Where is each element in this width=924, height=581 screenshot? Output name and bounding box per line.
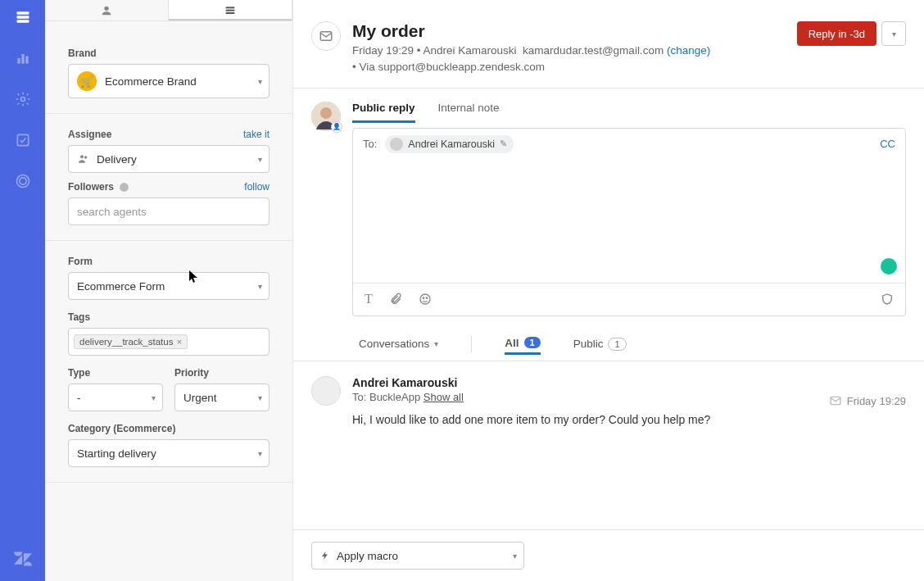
svg-point-21 — [423, 297, 424, 298]
type-select[interactable]: - ▾ — [68, 384, 163, 411]
svg-point-9 — [19, 178, 25, 184]
svg-rect-4 — [21, 54, 24, 64]
svg-rect-12 — [226, 9, 235, 11]
svg-rect-7 — [17, 134, 28, 145]
svg-rect-3 — [17, 58, 20, 64]
emoji-icon[interactable] — [419, 293, 432, 306]
compose-box: To: Andrei Kamarouski ✎ CC T — [352, 128, 906, 316]
svg-point-10 — [104, 6, 108, 10]
agent-badge-icon: 👤 — [331, 121, 342, 133]
message-item: Andrei Kamarouski To: BuckleApp Show all… — [293, 361, 924, 441]
checklist-icon[interactable] — [14, 131, 32, 149]
svg-rect-1 — [16, 16, 29, 18]
svg-point-19 — [320, 107, 332, 119]
remove-tag-icon[interactable]: × — [176, 337, 182, 347]
priority-label: Priority — [174, 367, 270, 379]
take-it-link[interactable]: take it — [243, 129, 270, 140]
zendesk-logo-icon[interactable] — [14, 550, 32, 568]
panel-tabs — [45, 0, 292, 21]
agent-avatar: 👤 — [311, 102, 341, 131]
chevron-down-icon: ▾ — [258, 155, 262, 164]
show-all-link[interactable]: Show all — [424, 391, 464, 403]
bolt-icon — [320, 550, 330, 561]
assignee-label: Assignee — [68, 129, 111, 140]
form-select[interactable]: Ecommerce Form ▾ — [68, 272, 270, 300]
reply-sla-button[interactable]: Reply in -3d — [797, 21, 876, 46]
brand-label: Brand — [68, 48, 270, 59]
settings-icon[interactable] — [14, 90, 32, 108]
bottom-bar: Apply macro ▾ — [293, 529, 924, 581]
apply-macro-select[interactable]: Apply macro ▾ — [311, 542, 524, 570]
category-label: Category (Ecommerce) — [68, 423, 270, 434]
priority-select[interactable]: Urgent ▾ — [174, 384, 270, 411]
chevron-down-icon: ▾ — [434, 339, 438, 348]
reports-icon[interactable] — [14, 49, 32, 67]
svg-point-14 — [80, 155, 84, 158]
all-count-badge: 1 — [524, 337, 541, 348]
requester-avatar — [311, 376, 341, 406]
attachment-icon[interactable] — [389, 293, 402, 306]
chevron-down-icon: ▾ — [513, 551, 517, 561]
compose-tabs: Public reply Internal note — [352, 102, 906, 123]
chevron-down-icon: ▾ — [258, 77, 262, 86]
tab-internal-note[interactable]: Internal note — [438, 102, 500, 123]
home-icon[interactable] — [14, 8, 32, 26]
tab-public-reply[interactable]: Public reply — [352, 102, 415, 123]
public-count-badge: 1 — [608, 338, 626, 351]
compose-toolbar: T — [353, 283, 905, 315]
tags-input[interactable]: delivery__track_status× — [68, 328, 270, 356]
brand-avatar-icon: 🛒 — [77, 71, 97, 91]
text-format-icon[interactable]: T — [365, 292, 373, 306]
brand-select[interactable]: 🛒 Ecommerce Brand ▾ — [68, 64, 270, 98]
svg-rect-11 — [226, 7, 235, 8]
svg-rect-2 — [16, 20, 29, 22]
change-requester-link[interactable]: (change) — [667, 44, 710, 57]
tag-chip: delivery__track_status× — [74, 334, 188, 349]
recipient-chip[interactable]: Andrei Kamarouski ✎ — [385, 135, 514, 153]
macro-label: Apply macro — [337, 550, 398, 562]
svg-point-16 — [120, 183, 129, 192]
filter-public[interactable]: Public 1 — [573, 338, 627, 351]
svg-point-8 — [16, 175, 29, 188]
edit-recipient-icon[interactable]: ✎ — [500, 138, 507, 149]
form-label: Form — [68, 256, 270, 267]
chevron-down-icon: ▾ — [152, 393, 156, 402]
svg-point-6 — [20, 98, 25, 102]
knowledge-icon[interactable] — [881, 293, 894, 306]
svg-point-15 — [84, 156, 87, 158]
chevron-down-icon: ▾ — [258, 449, 262, 458]
priority-value: Urgent — [183, 392, 217, 404]
svg-point-22 — [426, 297, 427, 298]
svg-rect-5 — [25, 57, 28, 64]
followers-label: Followers — [68, 181, 114, 193]
nav-rail — [0, 0, 45, 581]
cc-button[interactable]: CC — [880, 138, 895, 150]
svg-rect-0 — [16, 11, 29, 14]
panel-tab-ticket[interactable] — [168, 0, 292, 20]
form-value: Ecommerce Form — [77, 280, 165, 293]
category-select[interactable]: Starting delivery ▾ — [68, 439, 270, 467]
mail-icon — [829, 394, 842, 407]
ticket-subject: My order — [352, 21, 710, 41]
message-body: Hi, I would like to add one more item to… — [352, 413, 818, 426]
svg-rect-13 — [226, 12, 235, 14]
compose-area: 👤 Public reply Internal note To: Andrei … — [293, 88, 924, 325]
type-value: - — [77, 392, 81, 404]
conversations-dropdown[interactable]: Conversations ▾ — [359, 338, 438, 350]
conversation-filter-bar: Conversations ▾ All 1 Public 1 — [293, 325, 924, 361]
category-value: Starting delivery — [77, 447, 156, 460]
ticket-properties-panel: Brand 🛒 Ecommerce Brand ▾ Assignee take … — [45, 0, 293, 581]
info-icon[interactable] — [119, 182, 129, 193]
filter-all[interactable]: All 1 — [505, 337, 540, 355]
assignee-value: Delivery — [97, 153, 137, 166]
tags-label: Tags — [68, 311, 270, 323]
followers-input[interactable] — [68, 197, 270, 225]
assignee-select[interactable]: Delivery ▾ — [68, 145, 270, 173]
chevron-down-icon: ▾ — [258, 282, 262, 291]
reply-editor[interactable] — [353, 160, 905, 283]
follow-link[interactable]: follow — [244, 181, 270, 193]
ticket-actions-dropdown[interactable]: ▾ — [881, 21, 906, 46]
panel-tab-user[interactable] — [45, 0, 168, 20]
swirl-icon[interactable] — [14, 172, 32, 190]
grammarly-icon[interactable] — [881, 258, 897, 275]
